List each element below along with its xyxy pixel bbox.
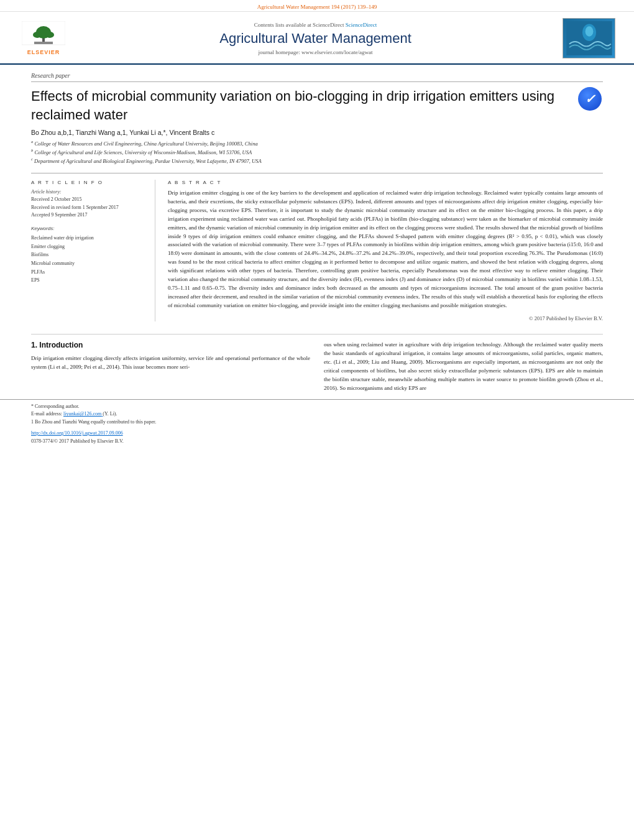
footnote-section: * Corresponding author. E-mail address: … bbox=[0, 399, 634, 428]
journal-title: Agricultural Water Management bbox=[81, 30, 550, 47]
journal-citation-text: Agricultural Water Management 194 (2017)… bbox=[257, 4, 377, 10]
affiliation-c-text: Department of Agricultural and Biologica… bbox=[34, 158, 262, 164]
history-item-3: Accepted 9 September 2017 bbox=[31, 211, 146, 219]
article-type-label: Research paper bbox=[31, 72, 603, 82]
keyword-1: Reclaimed water drip irrigation bbox=[31, 234, 146, 242]
body-right-column: ous when using reclaimed water in agricu… bbox=[324, 341, 603, 393]
article-info-abstract-section: A R T I C L E I N F O Article history: R… bbox=[31, 173, 603, 321]
journal-right-logo-img bbox=[564, 21, 614, 55]
elsevier-logo: ELSEVIER bbox=[19, 21, 68, 55]
abstract-text: Drip irrigation emitter clogging is one … bbox=[168, 189, 603, 310]
article-title-row: Effects of microbial community variation… bbox=[31, 87, 603, 124]
svg-point-8 bbox=[585, 26, 593, 37]
article-info-heading: A R T I C L E I N F O bbox=[31, 180, 146, 185]
journal-header: ELSEVIER Contents lists available at Sci… bbox=[0, 12, 634, 65]
abstract-column: A B S T R A C T Drip irrigation emitter … bbox=[168, 180, 603, 321]
body-right-text: ous when using reclaimed water in agricu… bbox=[324, 341, 603, 393]
footnote-1-text: 1 Bo Zhou and Tianzhi Wang equally contr… bbox=[31, 418, 603, 427]
body-section: 1. Introduction Drip irrigation emitter … bbox=[0, 341, 634, 393]
journal-header-center: Contents lists available at ScienceDirec… bbox=[68, 22, 563, 55]
keyword-4: Microbial community bbox=[31, 259, 146, 268]
article-info-column: A R T I C L E I N F O Article history: R… bbox=[31, 180, 155, 321]
journal-citation-banner: Agricultural Water Management 194 (2017)… bbox=[0, 0, 634, 12]
elsevier-logo-svg bbox=[22, 21, 65, 49]
keywords-label: Keywords: bbox=[31, 226, 146, 231]
corresponding-author-label: * Corresponding author. bbox=[31, 403, 603, 411]
body-left-text: Drip irrigation emitter clogging directl… bbox=[31, 354, 310, 372]
elsevier-brand-text: ELSEVIER bbox=[27, 49, 60, 55]
sciencedirect-text: Contents lists available at ScienceDirec… bbox=[81, 22, 550, 28]
issn-line: 0378-3774/© 2017 Published by Elsevier B… bbox=[0, 438, 634, 449]
authors-line: Bo Zhou a,b,1, Tianzhi Wang a,1, Yunkai … bbox=[31, 129, 603, 136]
doi-link[interactable]: http://dx.doi.org/10.1016/j.agwat.2017.0… bbox=[31, 430, 123, 436]
crossmark-logo[interactable]: ✓ bbox=[578, 87, 603, 112]
crossmark-icon: ✓ bbox=[578, 87, 602, 111]
keyword-6: EPS bbox=[31, 276, 146, 285]
affiliation-b-text: College of Agricultural and Life Science… bbox=[34, 149, 252, 155]
svg-point-3 bbox=[33, 32, 42, 38]
email-link[interactable]: liyunkai@126.com bbox=[63, 411, 103, 417]
history-item-1: Received 2 October 2015 bbox=[31, 196, 146, 204]
keywords-section: Keywords: Reclaimed water drip irrigatio… bbox=[31, 226, 146, 285]
affiliation-c: c Department of Agricultural and Biologi… bbox=[31, 157, 603, 164]
article-title: Effects of microbial community variation… bbox=[31, 87, 569, 124]
sciencedirect-link[interactable]: ScienceDirect bbox=[346, 22, 377, 28]
keyword-2: Emitter clogging bbox=[31, 242, 146, 251]
journal-logo-right bbox=[563, 18, 615, 58]
svg-rect-5 bbox=[34, 42, 53, 44]
main-content: Research paper Effects of microbial comm… bbox=[0, 65, 634, 328]
keyword-5: PLFAs bbox=[31, 268, 146, 277]
body-left-column: 1. Introduction Drip irrigation emitter … bbox=[31, 341, 310, 393]
copyright-line: © 2017 Published by Elsevier B.V. bbox=[168, 315, 603, 321]
article-history-label: Article history: bbox=[31, 189, 146, 195]
affiliation-a-text: College of Water Resources and Civil Eng… bbox=[34, 141, 257, 147]
abstract-heading: A B S T R A C T bbox=[168, 180, 603, 185]
history-item-2: Received in revised form 1 September 201… bbox=[31, 204, 146, 212]
section-divider bbox=[31, 334, 603, 335]
affiliation-a: a College of Water Resources and Civil E… bbox=[31, 139, 603, 147]
journal-homepage: journal homepage: www.elsevier.com/locat… bbox=[81, 49, 550, 55]
doi-line: http://dx.doi.org/10.1016/j.agwat.2017.0… bbox=[0, 428, 634, 438]
keyword-3: Biofilms bbox=[31, 251, 146, 259]
affiliation-b: b College of Agricultural and Life Scien… bbox=[31, 148, 603, 155]
svg-point-4 bbox=[45, 32, 54, 38]
email-footnote: E-mail address: liyunkai@126.com (Y. Li)… bbox=[31, 410, 603, 418]
section-1-heading: 1. Introduction bbox=[31, 341, 310, 349]
authors-text: Bo Zhou a,b,1, Tianzhi Wang a,1, Yunkai … bbox=[31, 129, 214, 136]
